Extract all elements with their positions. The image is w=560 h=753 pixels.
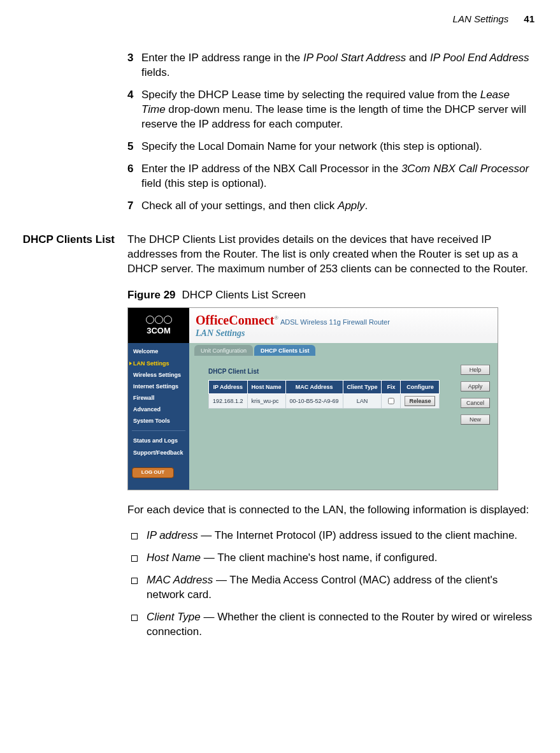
- brand-officeconnect: OfficeConnect®: [196, 313, 278, 327]
- action-buttons: Help Apply Cancel New: [461, 365, 490, 425]
- table-header-row: IP Address Host Name MAC Address Client …: [209, 380, 440, 393]
- text: fields.: [141, 66, 169, 78]
- router-main-panel: Unit Configuration DHCP Clients List DHC…: [189, 343, 498, 490]
- tab-bar: Unit Configuration DHCP Clients List: [189, 343, 498, 356]
- nav-internet[interactable]: Internet Settings: [128, 381, 189, 392]
- nav-advanced[interactable]: Advanced: [128, 404, 189, 415]
- text: Enter the IP address range in the: [141, 52, 303, 64]
- section-intro: The DHCP Clients List provides details o…: [127, 233, 535, 277]
- nav-divider: [132, 430, 185, 431]
- field-descriptions: IP address — The Internet Protocol (IP) …: [127, 529, 535, 640]
- nav-system-tools[interactable]: System Tools: [128, 415, 189, 427]
- dhcp-client-table: IP Address Host Name MAC Address Client …: [208, 380, 440, 409]
- bullet-body: Client Type — Whether the client is conn…: [147, 610, 535, 640]
- list-item: IP address — The Internet Protocol (IP) …: [127, 529, 535, 543]
- col-mac: MAC Address: [285, 380, 343, 393]
- page-number: 41: [524, 13, 535, 24]
- cell-mac: 00-10-B5-52-A9-69: [285, 394, 343, 409]
- router-sidebar: Welcome LAN Settings Wireless Settings I…: [128, 343, 189, 490]
- brand-text: OfficeConnect: [196, 313, 274, 327]
- figure-title: DHCP Clients List Screen: [182, 289, 306, 301]
- cell-fix: [382, 394, 401, 409]
- step-body: Specify the Local Domain Name for your n…: [141, 140, 535, 154]
- step-5: 5 Specify the Local Domain Name for your…: [127, 140, 535, 154]
- bullet-body: MAC Address — The Media Access Control (…: [147, 573, 535, 603]
- desc: — The client machine's host name, if con…: [201, 552, 437, 564]
- fix-checkbox[interactable]: [388, 398, 394, 404]
- cell-ip: 192.168.1.2: [209, 394, 248, 409]
- col-ip: IP Address: [209, 380, 248, 393]
- nav-firewall[interactable]: Firewall: [128, 392, 189, 404]
- page-title-lan-settings: LAN Settings: [196, 328, 390, 340]
- figure-caption: Figure 29DHCP Clients List Screen: [127, 288, 535, 303]
- step-body: Specify the DHCP Lease time by selecting…: [141, 88, 535, 132]
- logo-text: 3COM: [147, 325, 171, 337]
- step-number: 3: [127, 51, 141, 80]
- product-subtitle: ADSL Wireless 11g Firewall Router: [280, 318, 390, 326]
- text: field (this step is optional).: [141, 177, 267, 189]
- step-number: 7: [127, 199, 141, 214]
- step-3: 3 Enter the IP address range in the IP P…: [127, 51, 535, 80]
- router-body: Welcome LAN Settings Wireless Settings I…: [128, 343, 498, 490]
- table-row: 192.168.1.2 kris_wu-pc 00-10-B5-52-A9-69…: [209, 394, 440, 409]
- apply-button[interactable]: Apply: [461, 381, 490, 391]
- router-topbar: 3COM OfficeConnect® ADSL Wireless 11g Fi…: [128, 308, 498, 343]
- nav-status-logs[interactable]: Status and Logs: [128, 435, 189, 446]
- col-fix: Fix: [382, 380, 401, 393]
- bullet-icon: [131, 555, 138, 562]
- nav-lan-settings[interactable]: LAN Settings: [128, 358, 189, 369]
- section-body: The DHCP Clients List provides details o…: [127, 233, 535, 650]
- bullet-body: Host Name — The client machine's host na…: [147, 551, 535, 566]
- bullet-icon: [131, 615, 138, 621]
- list-item: Host Name — The client machine's host na…: [127, 551, 535, 566]
- cancel-button[interactable]: Cancel: [461, 398, 490, 408]
- cell-host: kris_wu-pc: [247, 394, 285, 409]
- term-nbx: 3Com NBX Call Processor: [401, 163, 529, 175]
- term-ip-pool-end: IP Pool End Address: [430, 52, 529, 64]
- step-number: 6: [127, 162, 141, 191]
- term-apply: Apply: [338, 200, 365, 212]
- text: and: [406, 52, 430, 64]
- router-ui-screenshot: 3COM OfficeConnect® ADSL Wireless 11g Fi…: [127, 307, 498, 490]
- bullet-icon: [131, 533, 138, 539]
- panel-title: DHCP Client List: [208, 367, 491, 376]
- bullet-body: IP address — The Internet Protocol (IP) …: [147, 529, 535, 543]
- help-button[interactable]: Help: [461, 365, 490, 375]
- step-number: 4: [127, 88, 141, 132]
- term-client-type: Client Type: [147, 611, 201, 623]
- desc: — Whether the client is connected to the…: [147, 611, 532, 638]
- product-title-block: OfficeConnect® ADSL Wireless 11g Firewal…: [189, 312, 390, 340]
- nav-wireless[interactable]: Wireless Settings: [128, 369, 189, 381]
- page-content: 3 Enter the IP address range in the IP P…: [0, 26, 560, 650]
- text: drop-down menu. The lease time is the le…: [141, 103, 526, 130]
- nav-welcome[interactable]: Welcome: [128, 346, 189, 357]
- logo-rings-icon: [146, 316, 172, 324]
- release-button[interactable]: Release: [405, 396, 435, 406]
- term-ip-address: IP address: [147, 529, 198, 541]
- tab-dhcp-clients-list[interactable]: DHCP Clients List: [254, 345, 315, 356]
- section-heading: DHCP Clients List: [0, 233, 127, 650]
- step-body: Check all of your settings, and then cli…: [141, 199, 535, 214]
- term-ip-pool-start: IP Pool Start Address: [303, 52, 406, 64]
- text: Enter the IP address of the NBX Call Pro…: [141, 163, 401, 175]
- col-configure: Configure: [401, 380, 440, 393]
- new-button[interactable]: New: [461, 414, 490, 425]
- col-client-type: Client Type: [343, 380, 382, 393]
- tab-unit-configuration[interactable]: Unit Configuration: [194, 345, 253, 356]
- header-section: LAN Settings: [453, 13, 509, 24]
- step-body: Enter the IP address of the NBX Call Pro…: [141, 162, 535, 191]
- step-number: 5: [127, 140, 141, 154]
- term-host-name: Host Name: [147, 552, 201, 564]
- logo-3com: 3COM: [128, 308, 189, 343]
- cell-type: LAN: [343, 394, 382, 409]
- numbered-steps: 3 Enter the IP address range in the IP P…: [127, 51, 535, 213]
- post-figure-text: For each device that is connected to the…: [127, 503, 535, 518]
- page-header: LAN Settings 41: [0, 0, 560, 26]
- text: Specify the DHCP Lease time by selecting…: [141, 89, 480, 101]
- list-item: Client Type — Whether the client is conn…: [127, 610, 535, 640]
- figure-label: Figure 29: [127, 289, 176, 301]
- logout-button[interactable]: LOG OUT: [132, 467, 174, 478]
- registered-icon: ®: [274, 314, 278, 321]
- nav-support[interactable]: Support/Feedback: [128, 447, 189, 458]
- panel-area: DHCP Client List IP Address Host Name MA…: [189, 356, 498, 415]
